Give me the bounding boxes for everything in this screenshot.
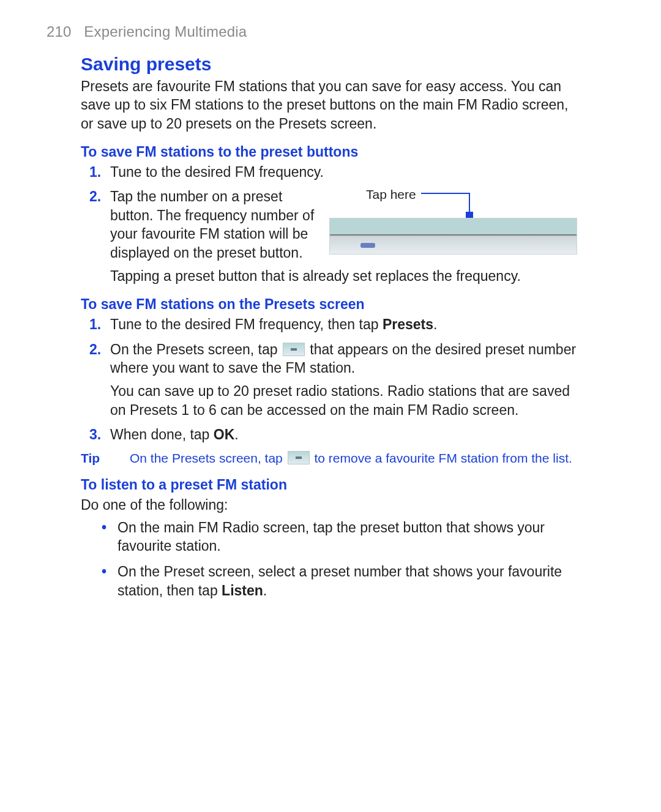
text-fragment: When done, tap xyxy=(110,426,214,442)
list-item: 3. When done, tap OK. xyxy=(81,425,583,444)
step-text: Tap the number on a preset button. The f… xyxy=(110,187,318,261)
section3-heading: To listen to a preset FM station xyxy=(81,477,583,493)
text-fragment: . xyxy=(263,583,267,598)
bold-text: Listen xyxy=(222,583,263,598)
tip-text: On the Presets screen, tap to remove a f… xyxy=(130,451,583,466)
list-item: 1. Tune to the desired FM frequency, the… xyxy=(81,315,583,333)
text-fragment: On the Presets screen, tap xyxy=(130,451,286,465)
text-fragment: . xyxy=(433,316,437,332)
bold-text: Presets xyxy=(383,316,433,332)
bullet-text: On the main FM Radio screen, tap the pre… xyxy=(118,520,545,554)
step-text: On the Presets screen, tap that appears … xyxy=(110,340,583,378)
page-content: Saving presets Presets are favourite FM … xyxy=(81,54,583,607)
step-text: Tune to the desired FM frequency, then t… xyxy=(110,315,583,333)
remove-preset-icon xyxy=(288,451,310,464)
tip-label: Tip xyxy=(81,451,130,466)
section3-bullets: On the main FM Radio screen, tap the pre… xyxy=(81,518,583,600)
step-number: 1. xyxy=(89,163,101,181)
text-fragment: . xyxy=(234,426,238,442)
text-fragment: Tune to the desired FM frequency, then t… xyxy=(110,316,383,332)
step-text-continued: Tapping a preset button that is already … xyxy=(110,267,583,285)
step-text: Tune to the desired FM frequency. xyxy=(110,163,583,181)
page-header: 210 Experiencing Multimedia xyxy=(47,23,247,40)
section1-list: 1. Tune to the desired FM frequency. 2. … xyxy=(81,163,583,285)
step-number: 2. xyxy=(89,187,101,206)
intro-paragraph: Presets are favourite FM stations that y… xyxy=(81,77,583,133)
section1-heading: To save FM stations to the preset button… xyxy=(81,144,583,160)
preset-figure: Tap here xyxy=(329,187,580,261)
section3-lead: Do one of the following: xyxy=(81,496,583,514)
step-text-extra: You can save up to 20 preset radio stati… xyxy=(110,382,583,419)
page-number: 210 xyxy=(47,23,72,40)
callout-line-icon xyxy=(421,193,470,194)
list-item: On the Preset screen, select a preset nu… xyxy=(81,562,583,600)
chapter-title: Experiencing Multimedia xyxy=(84,23,247,40)
step-number: 1. xyxy=(89,315,101,333)
tip-row: Tip On the Presets screen, tap to remove… xyxy=(81,451,583,466)
list-item: 1. Tune to the desired FM frequency. xyxy=(81,163,583,181)
bullet-text: On the Preset screen, select a preset nu… xyxy=(118,564,562,598)
page-title: Saving presets xyxy=(81,54,583,75)
preset-button-screenshot xyxy=(329,218,577,255)
text-fragment: On the Presets screen, tap xyxy=(110,341,282,357)
preset-mark-icon xyxy=(360,243,375,248)
step-number: 3. xyxy=(89,425,101,444)
text-fragment: On the Preset screen, select a preset nu… xyxy=(118,564,562,598)
section2-list: 1. Tune to the desired FM frequency, the… xyxy=(81,315,583,444)
list-item: On the main FM Radio screen, tap the pre… xyxy=(81,518,583,556)
list-item: 2. Tap the number on a preset button. Th… xyxy=(81,187,583,285)
add-preset-icon xyxy=(283,343,305,356)
step-number: 2. xyxy=(89,340,101,359)
text-fragment: to remove a favourite FM station from th… xyxy=(311,451,572,465)
list-item: 2. On the Presets screen, tap that appea… xyxy=(81,340,583,419)
step-text: When done, tap OK. xyxy=(110,425,583,444)
tap-here-label: Tap here xyxy=(366,186,416,203)
section2-heading: To save FM stations on the Presets scree… xyxy=(81,296,583,313)
bold-text: OK xyxy=(214,426,235,442)
